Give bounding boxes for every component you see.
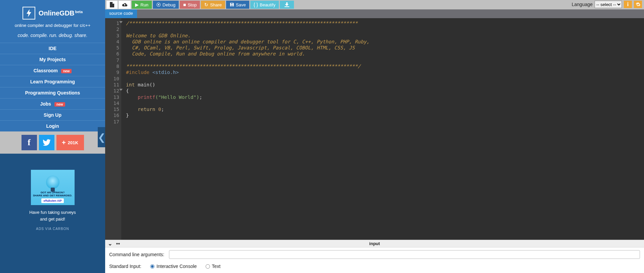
bug-icon: ⦿ — [156, 2, 161, 7]
stdin-label: Standard Input: — [109, 264, 141, 269]
twitter-icon[interactable] — [39, 135, 54, 150]
ad-brand: ●Rakuten AIP — [41, 198, 64, 203]
panel-title: input — [369, 241, 380, 246]
share-icon: ↻ — [204, 2, 208, 7]
play-icon: ▶ — [135, 2, 139, 7]
beta-badge: beta — [75, 10, 83, 14]
app-subtitle: online compiler and debugger for c/c++ — [3, 23, 102, 28]
chevron-down-icon[interactable]: ⌄ — [108, 240, 112, 247]
download-icon — [285, 2, 289, 7]
ad-line2: SHARE AND GET REWARDED. — [33, 194, 72, 197]
toolbar: ▶Run ⦿Debug ■Stop ↻Share 💾︎Save { }Beaut… — [105, 0, 644, 9]
info-button[interactable]: i — [624, 1, 632, 8]
nav-jobs[interactable]: Jobs new — [0, 98, 105, 109]
sidebar-header: OnlineGDBbeta online compiler and debugg… — [0, 0, 105, 43]
logo-icon — [23, 7, 35, 20]
ad-image[interactable]: GOT AN OPINION? SHARE AND GET REWARDED. … — [31, 170, 75, 205]
fold-icon[interactable] — [119, 89, 123, 91]
app-name: OnlineGDB — [39, 9, 75, 17]
stdin-text-option[interactable]: Text — [206, 264, 221, 269]
main: ▶Run ⦿Debug ■Stop ↻Share 💾︎Save { }Beaut… — [105, 0, 644, 273]
share-button[interactable]: ↻Share — [201, 1, 225, 9]
lightbulb-icon — [46, 176, 59, 189]
addthis-share[interactable]: +201K — [56, 135, 84, 150]
code-editor[interactable]: 1 2345678910 11121314151617 /***********… — [105, 18, 644, 240]
gear-icon — [636, 2, 641, 7]
tab-source-code[interactable]: source code — [105, 9, 137, 18]
debug-button[interactable]: ⦿Debug — [153, 1, 179, 9]
nav-jobs-label: Jobs — [40, 101, 51, 107]
stop-icon: ■ — [183, 2, 186, 7]
nav: IDE My Projects Classroom new Learn Prog… — [0, 43, 105, 131]
new-badge: new — [61, 69, 72, 73]
upload-file-button[interactable] — [119, 1, 131, 9]
expand-icon[interactable]: ⤢ — [115, 240, 122, 247]
nav-projects[interactable]: My Projects — [0, 54, 105, 65]
fold-icon[interactable] — [119, 21, 123, 23]
save-icon: 💾︎ — [229, 2, 234, 7]
nav-learn[interactable]: Learn Programming — [0, 76, 105, 87]
nav-ide[interactable]: IDE — [0, 43, 105, 54]
nav-signup[interactable]: Sign Up — [0, 109, 105, 120]
language-label: Language — [572, 2, 593, 7]
collapse-sidebar-icon[interactable]: ❮ — [98, 127, 105, 147]
cmd-args-label: Command line arguments: — [109, 252, 164, 257]
braces-icon: { } — [254, 2, 258, 7]
beautify-button[interactable]: { }Beautify — [250, 1, 279, 9]
settings-button[interactable] — [634, 1, 642, 8]
new-badge: new — [54, 102, 65, 107]
sidebar-spacer: GOT AN OPINION? SHARE AND GET REWARDED. … — [0, 154, 105, 273]
social-row: f +201K — [0, 131, 105, 154]
stdin-interactive-option[interactable]: Interactive Console — [150, 264, 197, 269]
code-body[interactable]: /***************************************… — [121, 18, 372, 240]
ad-via: ADS VIA CARBON — [0, 227, 105, 231]
ad-caption2: and get paid! — [0, 216, 105, 223]
stdin-interactive-radio[interactable] — [150, 264, 155, 269]
facebook-icon[interactable]: f — [22, 135, 37, 150]
nav-classroom-label: Classroom — [34, 68, 58, 73]
tabbar: source code — [105, 9, 644, 18]
stop-button[interactable]: ■Stop — [180, 1, 200, 9]
save-button[interactable]: 💾︎Save — [226, 1, 249, 9]
cmd-args-input[interactable] — [169, 250, 640, 259]
nav-classroom[interactable]: Classroom new — [0, 65, 105, 76]
stdin-text-radio[interactable] — [206, 264, 210, 269]
language-select[interactable]: -- select -- — [595, 1, 622, 8]
run-button[interactable]: ▶Run — [132, 1, 152, 9]
app-tagline: code. compile. run. debug. share. — [3, 33, 102, 38]
download-button[interactable] — [280, 1, 294, 9]
bottom-panel: ⌄ ⤢ input Command line arguments: Standa… — [105, 240, 644, 273]
new-file-button[interactable] — [106, 1, 118, 9]
sidebar: OnlineGDBbeta online compiler and debugg… — [0, 0, 105, 273]
nav-login[interactable]: Login — [0, 120, 105, 131]
line-gutter: 1 2345678910 11121314151617 — [105, 18, 121, 240]
nav-questions[interactable]: Programming Questions — [0, 87, 105, 98]
share-count: 201K — [68, 140, 78, 145]
ad-caption1: Have fun taking surveys — [0, 209, 105, 216]
